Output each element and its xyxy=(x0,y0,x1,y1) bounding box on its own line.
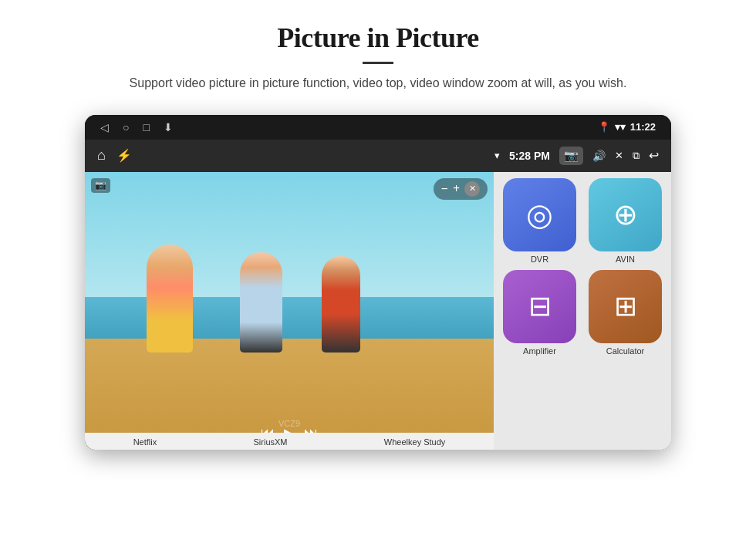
volume-icon[interactable]: 🔊 xyxy=(592,150,606,162)
pip-plus-button[interactable]: + xyxy=(453,182,460,196)
wifi-icon: ▾▾ xyxy=(615,121,626,133)
usb-icon: ⚡ xyxy=(116,148,132,163)
home-icon[interactable]: ⌂ xyxy=(97,147,106,164)
app-icon-calculator[interactable]: ⊞ xyxy=(589,270,662,343)
status-bar-right: 📍 ▾▾ 11:22 xyxy=(598,121,656,133)
location-icon: 📍 xyxy=(598,121,610,133)
home-nav-icon[interactable]: ○ xyxy=(123,121,129,133)
title-section: Picture in Picture Support video picture… xyxy=(0,0,756,101)
pip-icon[interactable]: ⧉ xyxy=(633,150,640,162)
scene-person-1 xyxy=(147,245,193,353)
camera-icon[interactable]: 📷 xyxy=(559,147,583,165)
app-label-calculator: Calculator xyxy=(606,346,645,356)
app-label-amplifier: Amplifier xyxy=(523,346,556,356)
pip-controls[interactable]: − + ✕ xyxy=(434,178,488,200)
nav-bar-left: ⌂ ⚡ xyxy=(97,147,132,164)
app-wrapper-calculator: ⊞ Calculator xyxy=(586,270,665,356)
app-wrapper-dvr: ◎ DVR xyxy=(500,178,579,264)
bottom-label-netflix: Netflix xyxy=(133,437,157,447)
page-title: Picture in Picture xyxy=(31,22,725,54)
wifi-status-icon: ▾ xyxy=(494,150,500,161)
download-nav-icon: ⬇ xyxy=(164,121,173,133)
pip-camera-label: 📷 xyxy=(91,178,110,193)
app-icon-avin[interactable]: ⊕ xyxy=(589,178,662,251)
status-time: 11:22 xyxy=(630,121,656,133)
pip-minus-button[interactable]: − xyxy=(441,182,448,196)
bottom-label-wheelkey: Wheelkey Study xyxy=(384,437,445,447)
app-wrapper-avin: ⊕ AVIN xyxy=(586,178,665,264)
video-background: 📷 − + ✕ ⏮ ▶ ⏭ xyxy=(85,172,494,450)
page-wrapper: Picture in Picture Support video picture… xyxy=(0,0,756,533)
video-section: 📷 − + ✕ ⏮ ▶ ⏭ xyxy=(85,172,494,450)
app-label-dvr: DVR xyxy=(531,255,548,264)
watermark: VCZ9 xyxy=(278,419,300,428)
back-nav-icon[interactable]: ◁ xyxy=(100,121,109,133)
app-icon-dvr[interactable]: ◎ xyxy=(503,178,576,251)
back-icon[interactable]: ↩ xyxy=(649,148,659,163)
device-container: ◁ ○ □ ⬇ 📍 ▾▾ 11:22 ⌂ ⚡ ▾ xyxy=(85,115,671,450)
main-content: 📷 − + ✕ ⏮ ▶ ⏭ xyxy=(85,172,671,450)
device-frame: ◁ ○ □ ⬇ 📍 ▾▾ 11:22 ⌂ ⚡ ▾ xyxy=(85,115,671,450)
close-icon[interactable]: ✕ xyxy=(615,150,623,161)
nav-bar-right: ▾ 5:28 PM 📷 🔊 ✕ ⧉ ↩ xyxy=(494,147,659,165)
bottom-label-siriusxm: SiriusXM xyxy=(254,437,288,447)
app-grid-section: ◎ DVR ⊕ AVIN ⊟ xyxy=(494,172,671,450)
nav-bar: ⌂ ⚡ ▾ 5:28 PM 📷 🔊 ✕ ⧉ ↩ xyxy=(85,140,671,172)
status-bar-left: ◁ ○ □ ⬇ xyxy=(100,121,173,133)
title-divider xyxy=(363,62,393,64)
page-subtitle: Support video picture in picture functio… xyxy=(108,73,648,93)
scene-person-2 xyxy=(240,252,282,353)
app-wrapper-amplifier: ⊟ Amplifier xyxy=(500,270,579,356)
recent-nav-icon[interactable]: □ xyxy=(143,121,149,133)
status-bar: ◁ ○ □ ⬇ 📍 ▾▾ 11:22 xyxy=(85,115,671,140)
scene-person-3 xyxy=(322,256,360,353)
app-labels-bottom: Netflix SiriusXM Wheelkey Study xyxy=(85,433,494,450)
pip-close-button[interactable]: ✕ xyxy=(464,181,480,197)
nav-time: 5:28 PM xyxy=(509,150,550,162)
app-label-avin: AVIN xyxy=(616,255,635,264)
app-icon-amplifier[interactable]: ⊟ xyxy=(503,270,576,343)
